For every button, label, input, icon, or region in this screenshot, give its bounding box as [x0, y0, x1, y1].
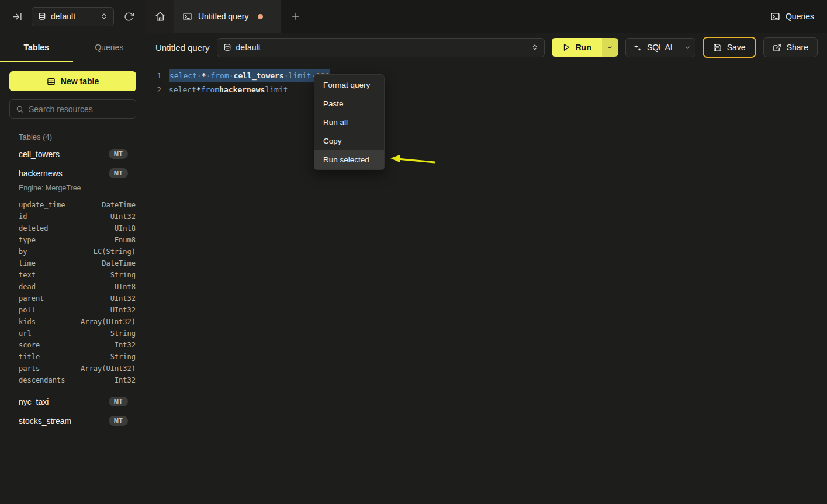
toolbar-database-selector[interactable]: default	[217, 38, 545, 57]
column-name: title	[19, 353, 40, 361]
sidebar-tab-queries[interactable]: Queries	[73, 33, 146, 62]
context-menu-item-run-selected[interactable]: Run selected	[314, 150, 384, 169]
new-tab-button[interactable]	[281, 0, 310, 33]
tab-untitled-query[interactable]: Untitled query	[174, 0, 281, 33]
column-row: textString	[19, 269, 136, 281]
tab-label: Untitled query	[198, 12, 248, 21]
table-row-hackernews[interactable]: hackernewsMT	[9, 164, 136, 183]
sparkles-icon	[633, 43, 642, 52]
column-name: text	[19, 271, 36, 279]
column-name: descendants	[19, 376, 65, 384]
run-button-group: Run	[552, 38, 618, 57]
table-name: cell_towers	[19, 150, 60, 159]
column-type: UInt32	[110, 213, 136, 221]
code-line-1[interactable]: 1select·*·from·cell_towers·limit·100	[146, 68, 827, 82]
column-name: time	[19, 259, 36, 267]
updown-chevron-icon	[531, 43, 538, 51]
table-name: nyc_taxi	[19, 397, 49, 406]
column-type: Int32	[115, 341, 136, 349]
sql-ai-options-button[interactable]	[680, 39, 695, 57]
run-button[interactable]: Run	[552, 38, 602, 57]
engine-badge: MT	[109, 168, 128, 178]
home-icon	[155, 11, 165, 22]
database-selector[interactable]: default	[32, 7, 114, 26]
column-row: update_timeDateTime	[19, 199, 136, 211]
column-name: by	[19, 248, 27, 256]
column-row: scoreInt32	[19, 339, 136, 351]
new-table-button[interactable]: New table	[9, 71, 136, 91]
terminal-icon	[182, 12, 192, 22]
query-title: Untitled query	[155, 43, 210, 53]
home-button[interactable]	[146, 0, 174, 33]
table-row-nyc-taxi[interactable]: nyc_taxiMT	[9, 392, 136, 411]
code-line-2[interactable]: 2select * from hackernews limit	[146, 82, 827, 96]
column-row: partsArray(UInt32)	[19, 363, 136, 374]
save-button[interactable]: Save	[703, 37, 756, 58]
queries-icon	[770, 12, 780, 22]
save-icon	[713, 43, 722, 52]
table-row-stocks-stream[interactable]: stocks_streamMT	[9, 411, 136, 430]
column-type: DateTime	[102, 259, 136, 267]
context-menu-item-paste[interactable]: Paste	[314, 94, 384, 113]
column-type: Array(UInt32)	[81, 318, 136, 326]
table-name: stocks_stream	[19, 416, 71, 426]
share-button[interactable]: Share	[763, 37, 818, 57]
sql-editor[interactable]: 1select·*·from·cell_towers·limit·1002sel…	[146, 62, 827, 504]
column-name: kids	[19, 318, 36, 326]
collapse-sidebar-icon[interactable]	[8, 8, 26, 25]
new-table-label: New table	[61, 77, 99, 86]
database-icon	[38, 12, 46, 21]
context-menu-item-run-all[interactable]: Run all	[314, 113, 384, 131]
sub-header: Tables Queries Untitled query default	[0, 33, 827, 62]
column-row: descendantsInt32	[19, 374, 136, 386]
table-row-cell-towers[interactable]: cell_towersMT	[9, 144, 136, 164]
column-name: dead	[19, 283, 36, 291]
refresh-icon[interactable]	[120, 8, 137, 25]
context-menu: Format queryPasteRun allCopyRun selected	[314, 74, 385, 170]
column-type: String	[110, 353, 136, 361]
sidebar-tabs: Tables Queries	[0, 33, 146, 62]
column-row: pollUInt32	[19, 304, 136, 316]
share-button-label: Share	[787, 43, 808, 52]
column-type: UInt32	[110, 306, 136, 314]
column-type: UInt32	[110, 294, 136, 303]
column-row: timeDateTime	[19, 258, 136, 269]
queries-button-label: Queries	[786, 12, 814, 21]
app-window: default Untitled query	[0, 0, 827, 504]
column-name: parent	[19, 294, 44, 303]
search-input[interactable]	[29, 105, 130, 114]
run-options-button[interactable]	[602, 38, 618, 57]
engine-badge: MT	[109, 149, 128, 159]
column-name: score	[19, 341, 40, 349]
sql-ai-label: SQL AI	[647, 43, 673, 52]
column-name: id	[19, 213, 27, 221]
context-menu-item-copy[interactable]: Copy	[314, 131, 384, 150]
column-row: typeEnum8	[19, 234, 136, 246]
tab-bar: Untitled query Queries	[146, 0, 827, 33]
column-row: deletedUInt8	[19, 223, 136, 234]
column-type: Array(UInt32)	[81, 364, 136, 373]
column-type: LC(String)	[94, 248, 136, 256]
updown-chevron-icon	[101, 12, 108, 20]
column-type: UInt8	[115, 224, 136, 232]
top-bar: default Untitled query	[0, 0, 827, 33]
column-row: titleString	[19, 351, 136, 363]
engine-badge: MT	[109, 416, 128, 426]
sidebar-tab-tables[interactable]: Tables	[0, 33, 73, 62]
engine-label: Engine: MergeTree	[9, 183, 136, 197]
search-box	[9, 99, 136, 119]
share-icon	[773, 43, 781, 52]
tab-bar-spacer	[310, 0, 757, 33]
sidebar: New table Tables (4) cell_towersMThacker…	[0, 62, 146, 504]
column-row: parentUInt32	[19, 293, 136, 304]
sql-ai-button[interactable]: SQL AI	[626, 43, 680, 52]
column-name: parts	[19, 364, 40, 373]
context-menu-item-format-query[interactable]: Format query	[314, 75, 384, 94]
column-row: byLC(String)	[19, 246, 136, 258]
queries-button[interactable]: Queries	[757, 0, 827, 33]
editor-header: Untitled query default Run	[146, 33, 827, 62]
line-number: 2	[146, 85, 161, 94]
table-name: hackernews	[19, 169, 63, 178]
line-number: 1	[146, 71, 161, 80]
sql-ai-button-group: SQL AI	[625, 38, 695, 57]
